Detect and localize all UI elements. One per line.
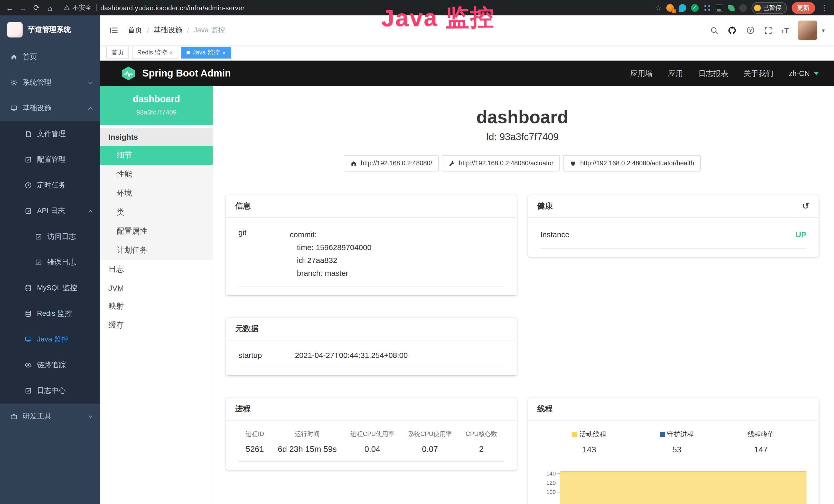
browser-forward-button[interactable]: →: [19, 3, 28, 12]
browser-reload-button[interactable]: ⟳: [32, 3, 41, 12]
sidebar-item-log-center[interactable]: 日志中心: [0, 378, 100, 404]
fullscreen-icon[interactable]: [764, 26, 772, 35]
sidebar-item-access-logs[interactable]: 访问日志: [0, 224, 100, 250]
extension-grid-icon[interactable]: [703, 4, 711, 12]
metric-pid: 进程ID 5261: [245, 430, 264, 454]
metadata-value: 2021-04-27T00:44:31.254+08:00: [295, 351, 408, 360]
sba-link-journal[interactable]: 日志报表: [698, 69, 728, 78]
git-commit-line: commit:: [290, 228, 371, 241]
top-navbar: 首页 / 基础设施 / Java 监控 TT ▾: [100, 16, 834, 45]
sidebar-item-file-management[interactable]: 文件管理: [0, 121, 100, 147]
address-bar[interactable]: dashboard.yudao.iocoder.cn/infra/admin-s…: [101, 4, 244, 12]
user-avatar[interactable]: [798, 21, 817, 40]
sba-locale-select[interactable]: zh-CN: [789, 69, 818, 77]
nav-item-logs[interactable]: 日志: [100, 260, 213, 279]
extension-on-icon[interactable]: on: [715, 4, 723, 12]
process-card: 进程 进程ID 5261 运行时间: [226, 398, 517, 470]
sba-link-about[interactable]: 关于我们: [744, 69, 773, 78]
sidebar-item-redis-monitor[interactable]: Redis 监控: [0, 301, 100, 327]
history-icon[interactable]: ↺: [802, 202, 810, 210]
search-icon[interactable]: [710, 26, 719, 35]
breadcrumb-infrastructure[interactable]: 基础设施: [154, 26, 182, 35]
browser-home-button[interactable]: ⌂: [45, 3, 54, 12]
health-url-button[interactable]: http://192.168.0.2:48080/actuator/health: [563, 155, 701, 171]
sidebar-item-mysql-monitor[interactable]: MySQL 监控: [0, 275, 100, 301]
sidebar-item-config-management[interactable]: 配置管理: [0, 147, 100, 173]
nav-item-scheduled-tasks[interactable]: 计划任务: [100, 241, 213, 260]
legend-swatch-blue: [660, 432, 665, 437]
sidebar-item-java-monitor[interactable]: Java 监控: [0, 327, 100, 352]
health-instance-label: Instance: [541, 230, 569, 239]
instance-card[interactable]: dashboard 93a3fc7f7409: [100, 86, 213, 125]
page-title: dashboard: [226, 107, 818, 127]
extension-check-icon[interactable]: ✓: [691, 4, 698, 12]
instance-id-subtitle: Id: 93a3fc7f7409: [226, 132, 818, 143]
site-security-indicator[interactable]: 不安全: [64, 3, 92, 12]
health-card-body: Instance UP: [528, 218, 819, 257]
process-card-title: 进程: [235, 404, 251, 414]
sidebar-item-label: 错误日志: [47, 258, 76, 267]
bookmark-star-icon[interactable]: ☆: [655, 4, 661, 12]
nav-item-classes[interactable]: 类: [100, 203, 213, 222]
sidebar-item-api-logs[interactable]: API 日志: [0, 198, 100, 224]
nav-item-environment[interactable]: 环境: [100, 184, 213, 203]
sba-brand[interactable]: Spring Boot Admin: [121, 66, 231, 81]
sidebar-item-label: 配置管理: [37, 155, 66, 164]
metric-value: 5261: [245, 445, 264, 454]
tag-home[interactable]: 首页: [106, 47, 129, 59]
tag-close-icon[interactable]: ×: [222, 49, 226, 56]
nav-item-jvm[interactable]: JVM: [100, 279, 213, 297]
sidebar-item-label: 链路追踪: [37, 361, 66, 370]
tag-java-monitor[interactable]: Java 监控 ×: [181, 47, 231, 59]
extension-fox-icon[interactable]: 1: [666, 4, 674, 12]
help-icon[interactable]: [746, 26, 755, 35]
info-card-title: 信息: [235, 201, 251, 211]
sidebar-item-label: 研发工具: [23, 412, 51, 421]
sidebar-item-trace[interactable]: 链路追踪: [0, 352, 100, 378]
nav-item-details[interactable]: 细节: [100, 146, 213, 165]
app-logo[interactable]: 芋道管理系统: [0, 16, 100, 44]
sidebar-item-dev-tools[interactable]: 研发工具: [0, 404, 100, 429]
health-card-title: 健康: [537, 201, 553, 211]
actuator-url-button[interactable]: http://192.168.0.2:48080/actuator: [442, 155, 560, 171]
navbar-actions: TT ▾: [710, 21, 825, 40]
chrome-update-button[interactable]: 更新: [791, 2, 815, 14]
sba-link-applications[interactable]: 应用: [668, 69, 683, 78]
tag-close-icon[interactable]: ×: [170, 49, 173, 56]
edit-icon: [35, 233, 42, 240]
avatar-caret-icon[interactable]: ▾: [822, 27, 825, 33]
sidebar-item-home[interactable]: 首页: [0, 44, 100, 70]
tags-view-bar: 首页 Redis 监控 × Java 监控 ×: [100, 45, 834, 61]
ytick-label: 100: [546, 489, 556, 495]
browser-menu-icon[interactable]: ⋮: [820, 4, 829, 12]
nav-item-caches[interactable]: 缓存: [100, 316, 213, 335]
extension-leaf-icon[interactable]: [728, 4, 734, 11]
health-card: 健康 ↺ Instance UP: [528, 195, 819, 257]
extension-drop-icon[interactable]: [678, 4, 686, 12]
threads-card: 线程 活动线程 143: [528, 398, 819, 504]
extension-paw-icon[interactable]: [739, 4, 747, 12]
github-icon[interactable]: [727, 25, 737, 35]
service-url-button[interactable]: http://192.168.0.2:48080/: [344, 155, 439, 171]
profile-sync-paused-button[interactable]: 已暂停: [751, 2, 787, 14]
font-size-icon[interactable]: TT: [781, 26, 789, 35]
browser-back-button[interactable]: ←: [5, 3, 14, 12]
sba-content: dashboard 93a3fc7f7409 Insights 细节 性能 环境…: [100, 86, 834, 504]
tag-redis-monitor[interactable]: Redis 监控 ×: [132, 47, 178, 59]
app-logo-title: 芋道管理系统: [28, 25, 71, 35]
breadcrumb-home[interactable]: 首页: [128, 26, 142, 35]
sba-link-wallboard[interactable]: 应用墙: [630, 69, 653, 78]
sidebar-item-infrastructure[interactable]: 基础设施: [0, 95, 100, 121]
nav-item-config-properties[interactable]: 配置属性: [100, 222, 213, 241]
nav-item-mappings[interactable]: 映射: [100, 297, 213, 316]
metric-label: 系统CPU使用率: [408, 430, 452, 438]
sidebar-item-error-logs[interactable]: 错误日志: [0, 250, 100, 275]
sidebar-collapse-icon[interactable]: [109, 26, 119, 35]
tick-mark: [557, 482, 560, 483]
sidebar-item-system-management[interactable]: 系统管理: [0, 70, 100, 95]
sidebar-item-scheduled-tasks[interactable]: 定时任务: [0, 173, 100, 198]
health-instance-row: Instance UP: [541, 222, 807, 249]
nav-item-performance[interactable]: 性能: [100, 165, 213, 184]
metric-uptime: 运行时间 6d 23h 15m 59s: [278, 430, 337, 454]
info-card-body: git commit: time: 1596289704000 id: 27aa…: [226, 218, 517, 295]
